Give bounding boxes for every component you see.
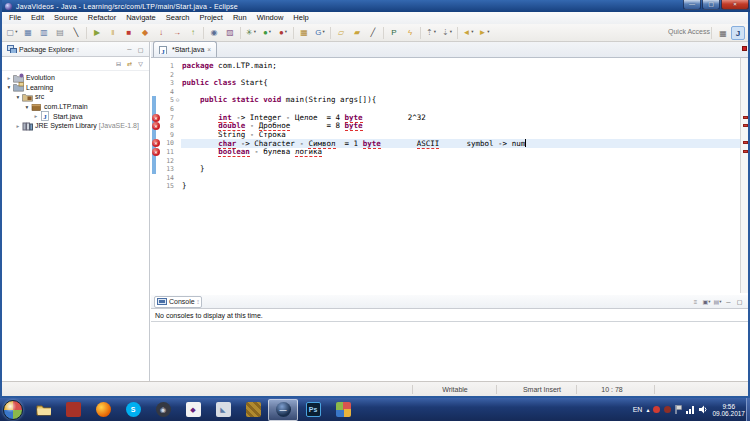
error-marker-icon[interactable]: × — [152, 114, 160, 122]
error-marker-icon[interactable]: × — [152, 148, 160, 156]
minimize-view-button[interactable]: ─ — [124, 44, 135, 55]
display-selected-console-button[interactable]: ▣▾ — [701, 296, 712, 307]
taskbar-skype[interactable]: S — [118, 399, 148, 421]
code-line-13[interactable]: 13 } — [151, 165, 740, 174]
menu-source[interactable]: Source — [49, 12, 83, 24]
taskbar-explorer[interactable] — [28, 399, 58, 421]
step-into-button[interactable]: ↓ — [154, 25, 169, 40]
network-tray-icon[interactable] — [686, 405, 695, 414]
tree-item-src[interactable]: ▾src — [2, 92, 149, 102]
collapse-arrow-icon[interactable]: ▾ — [23, 104, 31, 110]
coverage-button[interactable]: ●▾ — [276, 25, 291, 40]
step-filters-button[interactable]: ◆ — [138, 25, 153, 40]
code-line-14[interactable]: 14 — [151, 174, 740, 183]
error-marker-icon[interactable]: × — [152, 139, 160, 147]
plugin-button[interactable]: P — [387, 25, 402, 40]
volume-tray-icon[interactable] — [699, 405, 708, 414]
view-menu-button[interactable]: ▽ — [135, 58, 146, 69]
menu-project[interactable]: Project — [195, 12, 228, 24]
new-wizard-button[interactable]: ▢▾ — [5, 25, 20, 40]
step-over-button[interactable]: → — [170, 25, 185, 40]
terminate-button[interactable]: ■ — [122, 25, 137, 40]
last-edit-location-button[interactable]: ◉ — [207, 25, 222, 40]
open-perspective-button[interactable]: ▦ — [716, 26, 730, 40]
overview-ruler-header[interactable] — [740, 45, 748, 55]
ruler-error-mark[interactable] — [743, 116, 748, 119]
save-button[interactable]: ▦ — [21, 25, 36, 40]
print-button[interactable]: ▤ — [53, 25, 68, 40]
maximize-view-button[interactable]: ▢ — [734, 296, 745, 307]
suspend-button[interactable]: ‖ — [106, 25, 121, 40]
menu-help[interactable]: Help — [288, 12, 313, 24]
close-button[interactable]: × — [721, 0, 749, 10]
tree-item-start-java[interactable]: ▸JStart.java — [2, 111, 149, 121]
menu-file[interactable]: File — [4, 12, 26, 24]
hidden-icons-button[interactable]: ▴ — [646, 406, 649, 413]
save-all-button[interactable]: ▥ — [37, 25, 52, 40]
build-pencil-button[interactable]: ╲ — [69, 25, 84, 40]
ruler-error-mark[interactable] — [743, 150, 748, 153]
maximize-view-button[interactable]: ▢ — [135, 44, 146, 55]
fold-collapse-icon[interactable]: ⊖ — [174, 96, 181, 105]
expand-arrow-icon[interactable]: ▸ — [5, 75, 13, 81]
menu-refactor[interactable]: Refactor — [83, 12, 121, 24]
menu-run[interactable]: Run — [228, 12, 252, 24]
update-tray-icon[interactable] — [664, 406, 671, 413]
new-java-project-button[interactable]: ▦ — [297, 25, 312, 40]
tree-item-learning[interactable]: ▾Learning — [2, 83, 149, 93]
expand-arrow-icon[interactable]: ▸ — [32, 113, 40, 119]
quick-access-label[interactable]: Quick Access — [668, 28, 710, 35]
taskbar-red-app[interactable] — [58, 399, 88, 421]
expand-arrow-icon[interactable]: ▸ — [14, 123, 22, 129]
overview-ruler[interactable] — [740, 58, 748, 293]
pin-console-button[interactable]: ≡ — [690, 296, 701, 307]
tree-item-jre-system-library[interactable]: ▸JRE System Library[JavaSE-1.8] — [2, 121, 149, 131]
code-line-1[interactable]: 1package com.LTP.main; — [151, 62, 740, 71]
annotate-button[interactable]: ╱ — [366, 25, 381, 40]
menu-search[interactable]: Search — [161, 12, 195, 24]
export-button[interactable]: ▰ — [350, 25, 365, 40]
taskbar-clock[interactable]: 9:56 09.06.2017 — [712, 403, 745, 417]
code-line-11[interactable]: ×11 boolean - булева логика — [151, 148, 740, 157]
link-with-editor-button[interactable]: ⇄ — [124, 58, 135, 69]
minimize-button[interactable]: — — [683, 0, 701, 10]
menu-navigate[interactable]: Navigate — [121, 12, 161, 24]
run-button[interactable]: ●▾ — [260, 25, 275, 40]
code-area[interactable]: 1package com.LTP.main;23public class Sta… — [151, 58, 740, 293]
editor-tab-start-java[interactable]: J *Start.java × — [153, 41, 217, 57]
external-tools-button[interactable]: G▾ — [313, 25, 328, 40]
maximize-button[interactable]: ▢ — [702, 0, 720, 10]
collapse-all-button[interactable]: ⊟ — [113, 58, 124, 69]
error-marker-icon[interactable]: × — [152, 122, 160, 130]
open-console-button[interactable]: ▤▾ — [712, 296, 723, 307]
language-indicator[interactable]: EN — [633, 406, 643, 413]
mark-occurrences-button[interactable]: ▨ — [223, 25, 238, 40]
taskbar-photoshop[interactable]: Ps — [298, 399, 328, 421]
debug-button[interactable]: ✳▾ — [244, 25, 259, 40]
taskbar-firefox[interactable] — [88, 399, 118, 421]
taskbar-steam[interactable]: ◉ — [148, 399, 178, 421]
tree-item-evolution[interactable]: ▸Evolution — [2, 73, 149, 83]
collapse-arrow-icon[interactable]: ▾ — [14, 94, 22, 100]
close-tab-icon[interactable]: × — [207, 46, 211, 53]
taskbar-eclipse[interactable]: — — [268, 399, 298, 421]
previous-annotation-button[interactable]: ⇡▾ — [424, 25, 439, 40]
code-line-15[interactable]: 15} — [151, 182, 740, 191]
taskbar-gold-app[interactable] — [238, 399, 268, 421]
code-line-3[interactable]: 3public class Start{ — [151, 79, 740, 88]
import-button[interactable]: ▱ — [334, 25, 349, 40]
show-desktop-button[interactable] — [746, 398, 750, 421]
menu-window[interactable]: Window — [252, 12, 289, 24]
tree-item-com-ltp-main[interactable]: ▾com.LTP.main — [2, 102, 149, 112]
taskbar-visual-studio[interactable]: ◆ — [178, 399, 208, 421]
code-line-12[interactable]: 12 — [151, 157, 740, 166]
next-annotation-button[interactable]: ⇣▾ — [440, 25, 455, 40]
package-explorer-tab[interactable]: Package Explorer ⁝⁝ — [5, 42, 80, 57]
ruler-error-mark[interactable] — [743, 124, 748, 127]
collapse-arrow-icon[interactable]: ▾ — [5, 84, 13, 90]
back-button[interactable]: ◄▾ — [461, 25, 476, 40]
console-tab[interactable]: Console ⁝⁝ — [154, 296, 202, 308]
forward-button[interactable]: ►▾ — [477, 25, 492, 40]
debug-play-button[interactable]: ▶ — [90, 25, 105, 40]
minimize-view-button[interactable]: ─ — [723, 296, 734, 307]
